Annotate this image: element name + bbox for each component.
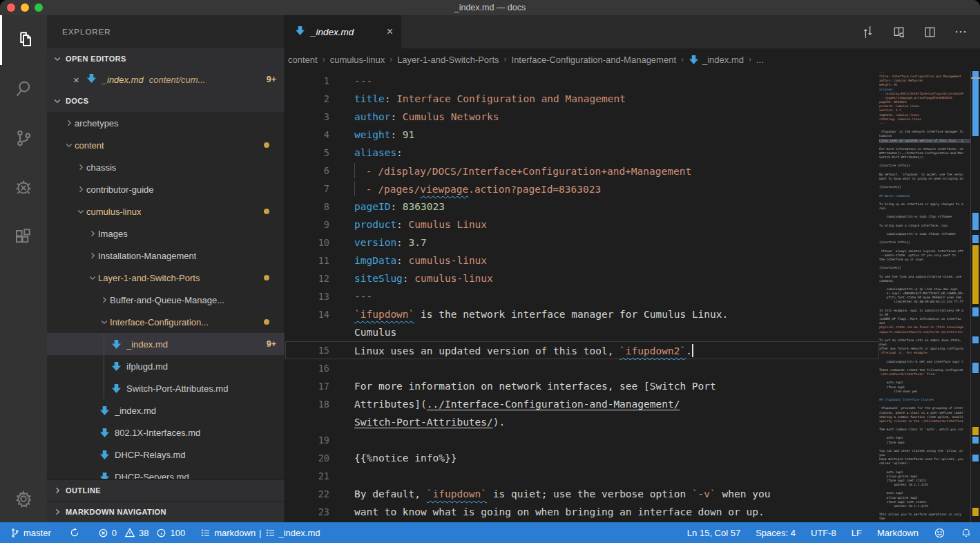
- debug-icon: [13, 178, 34, 201]
- close-editor-icon[interactable]: ×: [73, 74, 79, 86]
- tab-index-md[interactable]: _index.md ×: [285, 15, 401, 48]
- editor-line[interactable]: 9product: Cumulus Linux: [285, 216, 879, 234]
- open-changes-icon[interactable]: [861, 26, 874, 39]
- editor-line[interactable]: 12siteSlug: cumulus-linux: [285, 269, 879, 287]
- line-number: 3: [285, 111, 329, 122]
- line-content: For more information on network interfac…: [329, 381, 716, 392]
- docs-section-header[interactable]: DOCS: [47, 90, 285, 112]
- breadcrumb-label: content: [288, 55, 318, 65]
- line-content: Linux uses an updated version of this to…: [329, 344, 693, 357]
- editor-line[interactable]: Cumulus: [285, 323, 879, 341]
- markdownlint-item[interactable]: markdown | _index.md: [200, 528, 320, 538]
- sidebar-item-source-control[interactable]: [0, 115, 47, 164]
- breadcrumb-item-layer-1-and-switch-ports[interactable]: Layer-1-and-Switch-Ports: [397, 55, 499, 65]
- overview-ruler[interactable]: [970, 70, 980, 522]
- editor-line[interactable]: 13---: [285, 287, 879, 305]
- tree-file-dhcp-relays-md[interactable]: DHCP-Relays.md: [47, 444, 285, 466]
- line-number: 22: [285, 488, 329, 499]
- tree-folder-content[interactable]: content: [47, 134, 285, 156]
- feedback-item[interactable]: [934, 527, 945, 539]
- sync-item[interactable]: [69, 527, 80, 538]
- line-number: 7: [285, 183, 329, 194]
- notifications-item[interactable]: [961, 527, 972, 538]
- editor-line[interactable]: 3author: Cumulus Networks: [285, 108, 879, 126]
- editor-line[interactable]: 17For more information on network interf…: [285, 377, 879, 395]
- editor-line[interactable]: 4weight: 91: [285, 126, 879, 144]
- line-content: want to know what is going on when bring…: [329, 506, 765, 517]
- outline-label: OUTLINE: [66, 486, 101, 495]
- editor-line[interactable]: 18Attributes](../Interface-Configuration…: [285, 395, 879, 413]
- tree-folder-chassis[interactable]: chassis: [47, 156, 285, 178]
- indentation-item[interactable]: Spaces: 4: [756, 528, 796, 538]
- editor-line[interactable]: 6 - /display/DOCS/Interface+Configuratio…: [285, 162, 879, 180]
- tree-file--index-md[interactable]: _index.md9+: [47, 333, 285, 355]
- breadcrumb-item--index-md[interactable]: _index.md: [689, 55, 744, 65]
- editor-line[interactable]: 5aliases:: [285, 144, 879, 162]
- editor-actions: ⋯: [861, 15, 980, 48]
- tree-file-switch-port-attributes-md[interactable]: Switch-Port-Attributes.md: [47, 377, 285, 399]
- tree-folder-buffer-and-queue-manage-[interactable]: Buffer-and-Queue-Manage...: [47, 289, 285, 311]
- editor-line[interactable]: Switch-Port-Attributes/).: [285, 413, 879, 431]
- tree-file-802-1x-interfaces-md[interactable]: 802.1X-Interfaces.md: [47, 421, 285, 444]
- chevron-right-icon: [75, 163, 86, 171]
- breadcrumb-item-cumulus-linux[interactable]: cumulus-linux: [330, 55, 385, 65]
- language-mode-item[interactable]: Markdown: [877, 528, 919, 538]
- editor-line[interactable]: 8pageID: 8363023: [285, 198, 879, 216]
- editor-line[interactable]: 19: [285, 431, 879, 449]
- editor-line[interactable]: 1---: [285, 72, 879, 90]
- chevron-down-icon: [87, 274, 98, 282]
- outline-section-header[interactable]: OUTLINE: [47, 479, 285, 501]
- editor-line[interactable]: 16: [285, 359, 879, 377]
- line-content: - /pages/viewpage.action?pageId=8363023: [329, 181, 601, 196]
- tree-file-ifplugd-md[interactable]: ifplugd.md: [47, 355, 285, 377]
- status-bar: master 0 38: [0, 522, 980, 543]
- tree-folder-layer-1-and-switch-ports[interactable]: Layer-1-and-Switch-Ports: [47, 267, 285, 289]
- breadcrumb-item-interface-configuration-and-management[interactable]: Interface-Configuration-and-Management: [512, 55, 676, 65]
- more-actions-icon[interactable]: ⋯: [954, 24, 968, 39]
- tree-file--index-md[interactable]: _index.md: [47, 399, 285, 421]
- editor-pane[interactable]: 1---2title: Interface Configuration and …: [285, 70, 980, 522]
- tree-folder-cumulus-linux[interactable]: cumulus-linux: [47, 200, 285, 222]
- minimap[interactable]: ---title: Interface Configuration and Ma…: [879, 70, 970, 522]
- editor-line[interactable]: 22By default, `ifupdown` is quiet; use t…: [285, 485, 879, 503]
- editor-line[interactable]: 14`ifupdown` is the network interface ma…: [285, 305, 879, 323]
- open-editors-header[interactable]: OPEN EDITORS: [47, 48, 285, 69]
- open-preview-icon[interactable]: [892, 26, 905, 39]
- editor-line[interactable]: 20{{%notice info%}}: [285, 449, 879, 467]
- cursor-position-item[interactable]: Ln 15, Col 57: [687, 528, 740, 538]
- modified-dot-indicator: [264, 142, 269, 148]
- sidebar-item-explorer[interactable]: [0, 15, 47, 65]
- tree-folder-archetypes[interactable]: archetypes: [47, 112, 285, 134]
- sidebar-item-extensions[interactable]: [0, 214, 47, 264]
- open-editor-entry[interactable]: × _index.md content/cum... 9+: [47, 69, 285, 90]
- split-editor-icon[interactable]: [923, 26, 936, 39]
- editor-line[interactable]: 7 - /pages/viewpage.action?pageId=836302…: [285, 180, 879, 198]
- tree-folder-interface-configuration-[interactable]: Interface-Configuration...: [47, 311, 285, 333]
- sidebar-item-debug[interactable]: [0, 164, 47, 214]
- line-content: {{%notice info%}}: [329, 452, 457, 464]
- editor-line[interactable]: 11imgData: cumulus-linux: [285, 251, 879, 269]
- close-tab-icon[interactable]: ×: [385, 26, 394, 38]
- editor-line[interactable]: 21: [285, 467, 879, 485]
- tree-folder-installation-management[interactable]: Installation-Management: [47, 245, 285, 267]
- manage-settings-button[interactable]: [0, 478, 47, 522]
- breadcrumb-item-content[interactable]: content: [288, 55, 318, 65]
- tree-item-label: chassis: [86, 162, 116, 173]
- markdown-navigation-section-header[interactable]: MARKDOWN NAVIGATION: [47, 501, 285, 522]
- tree-item-label: Layer-1-and-Switch-Ports: [98, 273, 200, 283]
- editor-line[interactable]: 23want to know what is going on when bri…: [285, 503, 879, 521]
- git-branch-item[interactable]: master: [10, 528, 51, 538]
- eol-item[interactable]: LF: [852, 528, 862, 538]
- git-branch-icon: [10, 528, 20, 538]
- editor-line[interactable]: 2title: Interface Configuration and Mana…: [285, 90, 879, 108]
- encoding-item[interactable]: UTF-8: [811, 528, 836, 538]
- line-number: 17: [285, 381, 329, 392]
- editor-line[interactable]: 10version: 3.7: [285, 234, 879, 251]
- sidebar-item-search[interactable]: [0, 65, 47, 115]
- problems-item[interactable]: 0 38 100: [98, 527, 185, 538]
- breadcrumb-item--[interactable]: ...: [756, 55, 764, 65]
- editor-line-current[interactable]: 15Linux uses an updated version of this …: [285, 341, 879, 359]
- tree-folder-images[interactable]: Images: [47, 222, 285, 245]
- tree-folder-contributor-guide[interactable]: contributor-guide: [47, 178, 285, 200]
- tree-file-dhcp-servers-md[interactable]: DHCP-Servers.md: [47, 466, 285, 479]
